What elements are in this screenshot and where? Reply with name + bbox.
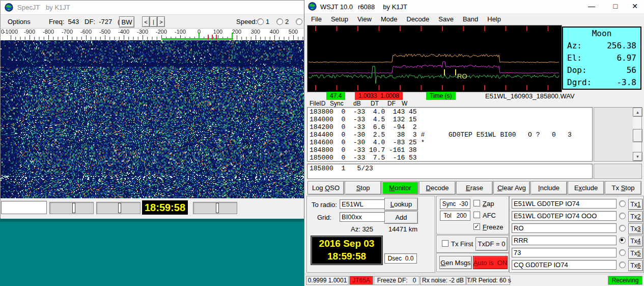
decode-header-fileid: FileID [310,100,325,107]
auto-button[interactable]: Auto is ON [473,256,508,269]
gain-slider-3[interactable] [193,202,237,214]
gen-msgs-button[interactable]: Gen Msgs [439,256,472,269]
scroll-up-icon[interactable]: ▲ [633,108,642,117]
add-button[interactable]: Add [384,211,418,224]
gain-slider-1[interactable] [49,202,94,214]
specjt-globe-icon [5,3,13,14]
waterfall-display[interactable] [1,40,311,198]
center-button[interactable]: | [150,16,157,27]
speed-2-radio[interactable] [276,18,283,25]
menu-item-save[interactable]: Save [434,14,458,24]
lookup-button[interactable]: Lookup [384,198,418,211]
close-icon[interactable]: ✕ [632,2,638,10]
status-bar: 0.9999 1.0001JT65AFreeze DF: 0Rx noise: … [304,274,644,286]
stop-button[interactable]: Stop [345,181,381,195]
tx-1-button[interactable]: Tx1 [628,199,643,210]
zap-checkbox[interactable] [473,200,480,206]
scroll-left-button[interactable]: < [142,16,150,27]
average-text-area[interactable]: 185800 1 5/23 [307,164,593,179]
moon-title: Moon [563,28,640,40]
gain-slider-2[interactable] [96,202,141,214]
exclude-button[interactable]: Exclude [568,181,604,195]
tx-message-5-input[interactable] [512,248,617,257]
speed-label: Speed: [236,18,257,25]
tx-message-1-input[interactable] [512,199,617,209]
decode-text-area[interactable]: 183800 0 -33 4.0 143 45184000 0 -33 4.5 … [307,107,593,162]
monitor-button[interactable]: Monitor [382,181,418,195]
maximize-icon[interactable]: □ [613,2,618,10]
menu-item-view[interactable]: View [353,14,376,24]
window-shadow [0,218,304,222]
menu-item-setup[interactable]: Setup [326,14,353,24]
menu-item-band[interactable]: Band [458,14,483,24]
tx-message-2-input[interactable] [512,211,617,221]
tx-timing-group: Tx First TxDF = 0 [436,235,509,253]
date-time-display: 2016 Sep 03 18:59:58 [311,236,382,265]
bw-button[interactable]: BW [119,16,134,28]
tx-4-button[interactable]: Tx4 [628,236,643,247]
sync-threshold-box[interactable]: Sync -30 [440,199,470,209]
clear-avg-button[interactable]: Clear Avg [493,181,530,195]
decode-header-df: DF [387,100,396,107]
to-radio-input[interactable] [340,199,385,209]
speed-3-radio[interactable] [296,18,302,25]
rx-controls-group: Sync -30 Zap Tol 200 AFC ✓ Freeze [436,196,509,235]
tx-msg-group: Gen Msgs Auto is ON [436,253,509,272]
tx-6-button[interactable]: Tx6 [628,260,643,271]
options-menu[interactable]: Options [8,18,31,25]
tolerance-box[interactable]: Tol 200 [440,211,470,221]
decode-line: 184800 0 -33 10.7 -161 38 [310,146,592,154]
time-axis-badge: Time (s) [426,92,456,100]
decode-header-w: W [402,100,407,107]
decode-line: 184600 0 -30 4.0 -83 25 * [310,139,592,146]
tx-5-radio[interactable] [619,249,626,256]
moon-row-value: 6.97 [617,52,636,64]
decode-header-dt: DT [371,100,379,107]
scroll-thumb[interactable] [633,129,642,142]
tx-4-radio[interactable] [619,237,626,244]
tx-3-radio[interactable] [619,225,626,231]
tx-message-3-input[interactable] [512,223,617,233]
log-qso-button[interactable]: Log QSO [307,181,344,195]
slider-thumb[interactable] [216,203,219,213]
grid-input[interactable] [340,212,385,222]
frequency-ruler [1,29,311,40]
tx-2-radio[interactable] [619,213,626,219]
menu-item-decode[interactable]: Decode [402,14,434,24]
average-side-panel [594,164,642,179]
scroll-right-button[interactable]: > [157,16,165,27]
tx-5-button[interactable]: Tx5 [628,248,643,259]
tx-1-radio[interactable] [619,200,626,207]
decode-button[interactable]: Decode [419,181,456,195]
tx-2-button[interactable]: Tx2 [628,211,643,222]
tx-6-radio[interactable] [619,262,626,268]
menu-item-file[interactable]: File [306,14,326,24]
tx-message-6-input[interactable] [512,260,617,270]
minimize-icon[interactable]: — [588,2,595,10]
tx-first-checkbox[interactable] [442,240,449,247]
time-display: 18:59:58 [312,250,381,263]
wsjt-titlebar[interactable]: WSJT 10.0 r6088 by K1JT — □ ✕ [304,0,644,14]
afc-checkbox[interactable] [473,212,480,218]
tx-stop-button[interactable]: Tx Stop [605,181,641,195]
status-cell-5: Receiving [608,276,642,285]
decode-scrollbar[interactable]: ▲ ▼ [633,108,641,161]
include-button[interactable]: Include [530,181,567,195]
zap-label: Zap [483,200,494,207]
txdf-button[interactable]: TxDF = 0 [475,237,508,251]
menu-item-mode[interactable]: Mode [376,14,402,24]
slider-thumb[interactable] [118,203,121,213]
tx-3-button[interactable]: Tx3 [628,223,643,235]
tx-message-4-input[interactable] [512,236,617,245]
erase-button[interactable]: Erase [456,181,493,195]
scroll-down-icon[interactable]: ▼ [633,152,642,161]
slider-thumb[interactable] [72,203,75,213]
specjt-titlebar[interactable]: SpecJT by K1JT [1,1,310,15]
moon-row-value: 256.38 [607,40,636,52]
menu-item-help[interactable]: Help [483,14,506,24]
speed-1-radio[interactable] [257,18,264,25]
speed-1-label: 1 [266,18,269,25]
afc-label: AFC [483,212,496,219]
freeze-checkbox[interactable]: ✓ [473,223,480,230]
moon-row-value: 56 [627,64,636,76]
